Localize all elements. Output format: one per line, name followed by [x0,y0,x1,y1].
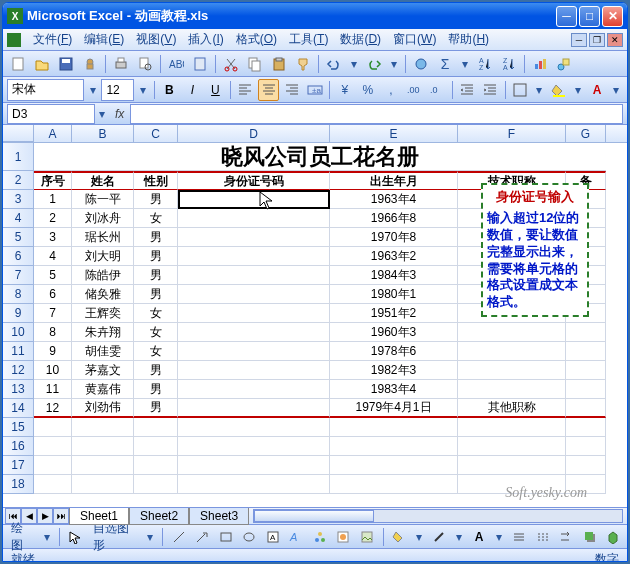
menu-w[interactable]: 窗口(W) [387,29,442,50]
row-header-11[interactable]: 11 [3,342,34,361]
cell-A7[interactable]: 5 [34,266,72,285]
merge-center-button[interactable]: ±a [304,79,325,101]
header-cell[interactable]: 出生年月 [330,171,458,190]
cell-B14[interactable]: 刘劲伟 [72,399,134,418]
cell-C10[interactable]: 女 [134,323,178,342]
cell-D8[interactable] [178,285,330,304]
menu-t[interactable]: 工具(T) [283,29,334,50]
cell-E5[interactable]: 1970年8 [330,228,458,247]
print-preview-button[interactable] [134,53,156,75]
cell-F16[interactable] [458,437,566,456]
row-header-15[interactable]: 15 [3,418,34,437]
sort-asc-button[interactable]: AZ [474,53,496,75]
maximize-button[interactable]: □ [579,6,600,27]
fill-color-dropdown[interactable]: ▾ [571,83,584,97]
cell-B6[interactable]: 刘大明 [72,247,134,266]
scrollbar-thumb[interactable] [254,510,374,522]
cell-B11[interactable]: 胡佳雯 [72,342,134,361]
cell-D16[interactable] [178,437,330,456]
cell-F14[interactable]: 其他职称 [458,399,566,418]
font-color-dropdown[interactable]: ▾ [610,83,623,97]
cell-D14[interactable] [178,399,330,418]
cell-D12[interactable] [178,361,330,380]
picture-button[interactable] [357,526,377,548]
cell-A3[interactable]: 1 [34,190,72,209]
tab-nav-last[interactable]: ⏭ [53,508,69,524]
menu-f[interactable]: 文件(F) [27,29,78,50]
cell-B3[interactable]: 陈一平 [72,190,134,209]
autoshapes-menu[interactable]: 自选图形 [89,520,140,554]
cell-A5[interactable]: 3 [34,228,72,247]
cell-D11[interactable] [178,342,330,361]
italic-button[interactable]: I [182,79,203,101]
cell-D9[interactable] [178,304,330,323]
cell-D13[interactable] [178,380,330,399]
cell-E8[interactable]: 1980年1 [330,285,458,304]
cell-G17[interactable] [566,456,606,475]
cell-A12[interactable]: 10 [34,361,72,380]
doc-close-button[interactable]: ✕ [607,33,623,47]
line-style-button[interactable] [509,526,529,548]
cell-D15[interactable] [178,418,330,437]
cell-E9[interactable]: 1951年2 [330,304,458,323]
cell-D4[interactable] [178,209,330,228]
header-cell[interactable]: 序号 [34,171,72,190]
cell-F15[interactable] [458,418,566,437]
row-header-1[interactable]: 1 [3,143,34,171]
cell-A6[interactable]: 4 [34,247,72,266]
font-size-dropdown[interactable]: ▾ [136,83,149,97]
font-color-button[interactable]: A [587,79,608,101]
fill-color-button[interactable] [548,79,569,101]
cell-C5[interactable]: 男 [134,228,178,247]
redo-button[interactable] [363,53,385,75]
row-header-14[interactable]: 14 [3,399,34,418]
rectangle-button[interactable] [216,526,236,548]
cell-G13[interactable] [566,380,606,399]
formula-bar[interactable] [130,104,623,124]
column-header-D[interactable]: D [178,125,330,142]
diagram-button[interactable] [310,526,330,548]
shadow-button[interactable] [580,526,600,548]
format-painter-button[interactable] [292,53,314,75]
row-header-8[interactable]: 8 [3,285,34,304]
3d-button[interactable] [603,526,623,548]
row-header-4[interactable]: 4 [3,209,34,228]
decrease-decimal-button[interactable]: .0 [426,79,447,101]
doc-minimize-button[interactable]: ─ [571,33,587,47]
column-header-G[interactable]: G [566,125,606,142]
cell-A13[interactable]: 11 [34,380,72,399]
font-name-dropdown[interactable]: ▾ [86,83,99,97]
header-cell[interactable]: 性别 [134,171,178,190]
column-header-E[interactable]: E [330,125,458,142]
cell-F10[interactable] [458,323,566,342]
cell-C12[interactable]: 男 [134,361,178,380]
cell-D6[interactable] [178,247,330,266]
menu-h[interactable]: 帮助(H) [442,29,495,50]
cell-D5[interactable] [178,228,330,247]
cell-B4[interactable]: 刘冰舟 [72,209,134,228]
cell-C8[interactable]: 男 [134,285,178,304]
cell-D7[interactable] [178,266,330,285]
borders-dropdown[interactable]: ▾ [533,83,546,97]
tab-nav-next[interactable]: ▶ [37,508,53,524]
row-header-12[interactable]: 12 [3,361,34,380]
menu-v[interactable]: 视图(V) [130,29,182,50]
cell-E4[interactable]: 1966年8 [330,209,458,228]
bold-button[interactable]: B [159,79,180,101]
new-button[interactable] [7,53,29,75]
cell-C17[interactable] [134,456,178,475]
open-button[interactable] [31,53,53,75]
dash-style-button[interactable] [533,526,553,548]
align-left-button[interactable] [235,79,256,101]
cell-D18[interactable] [178,475,330,494]
row-header-7[interactable]: 7 [3,266,34,285]
cell-F12[interactable] [458,361,566,380]
cell-G15[interactable] [566,418,606,437]
undo-button[interactable] [323,53,345,75]
cell-A11[interactable]: 9 [34,342,72,361]
cell-E16[interactable] [330,437,458,456]
cell-G11[interactable] [566,342,606,361]
line-color-button[interactable] [430,526,450,548]
autosum-button[interactable]: Σ [434,53,456,75]
percent-button[interactable]: % [357,79,378,101]
